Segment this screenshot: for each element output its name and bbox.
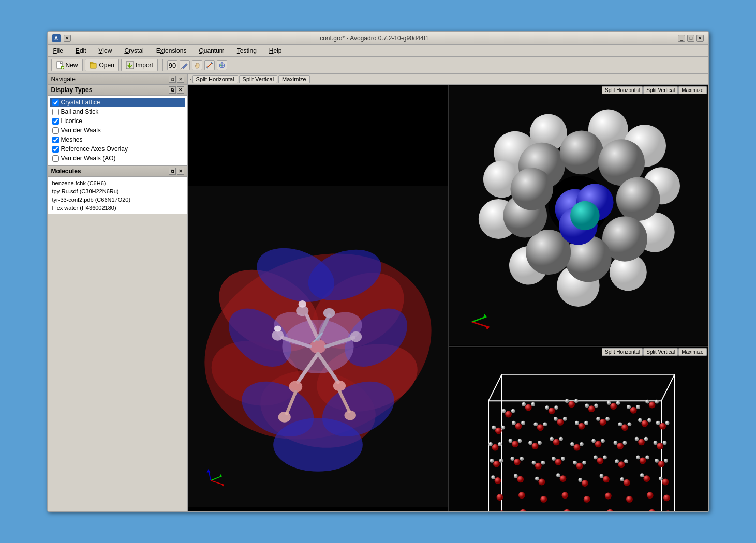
maximize-tr[interactable]: Maximize [678, 86, 706, 94]
menu-edit[interactable]: Edit [72, 46, 90, 55]
navigate-title: Navigate [51, 76, 76, 83]
svg-point-193 [576, 463, 583, 470]
new-label: New [66, 62, 78, 69]
menu-quantum[interactable]: Quantum [196, 46, 227, 55]
menu-file[interactable]: File [50, 46, 66, 55]
display-types-float-icon[interactable]: ⧉ [169, 86, 176, 94]
menu-testing[interactable]: Testing [234, 46, 260, 55]
open-button[interactable]: Open [85, 59, 119, 71]
menu-extensions[interactable]: Extensions [153, 46, 190, 55]
display-types-close-icon[interactable]: ✕ [177, 86, 184, 94]
svg-point-225 [658, 477, 662, 481]
navigate-tool[interactable] [192, 60, 202, 70]
window-title: conf.gro* - Avogadro 0.7.2-10-g90d44f1 [320, 35, 429, 42]
svg-point-130 [515, 423, 522, 430]
display-type-ref-axes[interactable]: Reference Axes Overlay [50, 144, 185, 154]
svg-point-104 [501, 409, 506, 413]
split-vertical-br[interactable]: Split Vertical [643, 348, 678, 356]
svg-point-172 [617, 443, 624, 449]
svg-point-192 [561, 457, 565, 461]
split-vertical-main[interactable]: Split Vertical [239, 75, 278, 83]
svg-point-178 [657, 443, 663, 449]
app-icon: A [52, 34, 61, 42]
svg-point-143 [596, 417, 600, 421]
menu-crystal[interactable]: Crystal [121, 46, 146, 55]
van-der-waals-ao-checkbox[interactable] [52, 155, 59, 162]
svg-point-127 [495, 428, 501, 434]
measure-tool[interactable] [204, 60, 215, 70]
molecules-float-icon[interactable]: ⧉ [169, 168, 176, 175]
svg-point-221 [620, 477, 624, 481]
svg-point-76 [616, 177, 660, 221]
molecule-tyr[interactable]: tyr-33-conf2.pdb (C66N17O20) [50, 195, 185, 204]
menu-view[interactable]: View [96, 46, 115, 55]
viewport-grid: Split Horizontal Split Vertical Maximize [188, 85, 708, 511]
svg-point-180 [662, 441, 666, 445]
close-button[interactable]: ✕ [696, 35, 704, 42]
molecule-flex-water[interactable]: Flex water (H436002180) [50, 204, 185, 212]
svg-point-208 [494, 477, 501, 484]
svg-point-47 [298, 300, 306, 308]
split-horizontal-main[interactable]: Split Horizontal [192, 75, 238, 83]
hand-icon [194, 62, 201, 69]
split-vertical-tr[interactable]: Split Vertical [643, 86, 678, 94]
meshes-checkbox[interactable] [52, 137, 59, 143]
new-button[interactable]: New [51, 59, 83, 71]
display-type-crystal-lattice[interactable]: Crystal Lattice [50, 98, 185, 107]
import-button[interactable]: Import [121, 59, 158, 71]
display-types-icons: ⧉ ✕ [169, 86, 184, 94]
svg-point-112 [568, 401, 575, 408]
sidebar: Navigate ⧉ ✕ Display Types ⧉ ✕ [48, 74, 188, 511]
licorice-checkbox[interactable] [52, 118, 59, 125]
svg-point-135 [543, 422, 547, 426]
svg-point-144 [605, 417, 610, 421]
angle-display[interactable]: 90 [167, 60, 177, 70]
display-type-van-der-waals[interactable]: Van der Waals [50, 126, 185, 135]
display-type-van-der-waals-ao[interactable]: Van der Waals (AO) [50, 154, 185, 163]
ref-axes-checkbox[interactable] [52, 146, 59, 153]
svg-point-136 [557, 419, 564, 426]
svg-point-105 [511, 409, 515, 413]
split-horizontal-br[interactable]: Split Horizontal [602, 348, 643, 356]
svg-point-156 [498, 442, 502, 446]
molecule-benzene[interactable]: benzene.fchk (C6H6) [50, 179, 185, 187]
van-der-waals-checkbox[interactable] [52, 127, 59, 134]
svg-point-165 [559, 437, 563, 441]
svg-point-227 [518, 492, 525, 499]
maximize-button[interactable]: □ [687, 35, 694, 42]
display-type-licorice[interactable]: Licorice [50, 116, 185, 126]
svg-point-160 [531, 443, 538, 449]
svg-point-228 [540, 496, 547, 503]
svg-point-126 [655, 400, 659, 404]
svg-point-222 [643, 475, 650, 482]
ball-stick-checkbox[interactable] [52, 109, 59, 115]
menu-help[interactable]: Help [266, 46, 285, 55]
molecules-close-icon[interactable]: ✕ [177, 168, 184, 175]
display-types-list: Crystal Lattice Ball and Stick Licorice … [48, 96, 187, 165]
title-bar-left: A ✕ [52, 34, 71, 42]
navigate-close-icon[interactable]: ✕ [177, 76, 184, 83]
navigate-panel-header: Navigate ⧉ ✕ [48, 74, 187, 85]
minimize-button[interactable]: _ [678, 35, 685, 42]
draw-tool[interactable] [180, 60, 190, 70]
svg-point-229 [561, 492, 568, 499]
select-tool[interactable] [217, 60, 227, 70]
split-horizontal-tr[interactable]: Split Horizontal [602, 86, 643, 94]
svg-point-232 [626, 496, 632, 503]
crosshair-icon [218, 62, 226, 69]
navigate-float-icon[interactable]: ⧉ [169, 76, 176, 83]
svg-point-110 [545, 405, 549, 410]
new-icon [56, 61, 64, 69]
molecules-title: Molecules [51, 168, 81, 175]
display-type-ball-stick[interactable]: Ball and Stick [50, 107, 185, 116]
svg-point-162 [538, 441, 542, 445]
svg-point-198 [603, 456, 607, 460]
display-type-meshes[interactable]: Meshes [50, 135, 185, 144]
molecule-tpy-ru[interactable]: tpy-Ru.sdf (C30H22N6Ru) [50, 187, 185, 195]
maximize-br[interactable]: Maximize [678, 348, 706, 356]
crystal-lattice-checkbox[interactable] [52, 99, 59, 106]
maximize-main[interactable]: Maximize [278, 75, 309, 83]
svg-point-184 [513, 459, 520, 465]
svg-point-175 [638, 439, 645, 445]
close-btn[interactable]: ✕ [64, 35, 71, 42]
